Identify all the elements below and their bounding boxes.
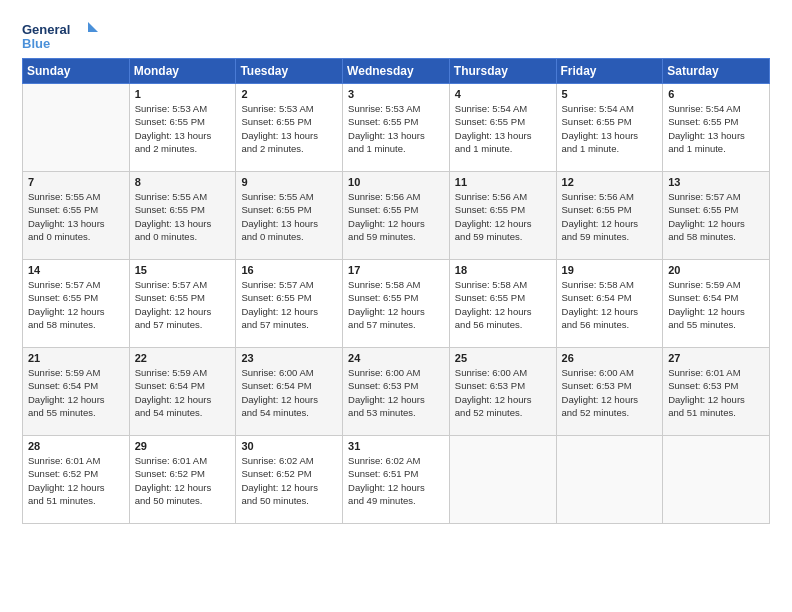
calendar-cell: 30Sunrise: 6:02 AMSunset: 6:52 PMDayligh… [236, 436, 343, 524]
day-info: Sunrise: 5:54 AMSunset: 6:55 PMDaylight:… [455, 102, 551, 155]
page: General Blue SundayMondayTuesdayWednesda… [0, 0, 792, 536]
calendar-cell: 18Sunrise: 5:58 AMSunset: 6:55 PMDayligh… [449, 260, 556, 348]
weekday-header: Saturday [663, 59, 770, 84]
day-number: 1 [135, 88, 231, 100]
day-number: 9 [241, 176, 337, 188]
day-info: Sunrise: 6:00 AMSunset: 6:53 PMDaylight:… [348, 366, 444, 419]
day-info: Sunrise: 5:53 AMSunset: 6:55 PMDaylight:… [135, 102, 231, 155]
day-info: Sunrise: 6:00 AMSunset: 6:53 PMDaylight:… [562, 366, 658, 419]
weekday-header: Wednesday [343, 59, 450, 84]
calendar-cell: 29Sunrise: 6:01 AMSunset: 6:52 PMDayligh… [129, 436, 236, 524]
day-info: Sunrise: 5:55 AMSunset: 6:55 PMDaylight:… [28, 190, 124, 243]
calendar-cell [663, 436, 770, 524]
day-number: 29 [135, 440, 231, 452]
day-info: Sunrise: 5:57 AMSunset: 6:55 PMDaylight:… [241, 278, 337, 331]
day-number: 2 [241, 88, 337, 100]
svg-text:Blue: Blue [22, 36, 50, 51]
logo: General Blue [22, 18, 102, 54]
day-number: 22 [135, 352, 231, 364]
day-number: 30 [241, 440, 337, 452]
calendar-cell: 15Sunrise: 5:57 AMSunset: 6:55 PMDayligh… [129, 260, 236, 348]
calendar-cell: 25Sunrise: 6:00 AMSunset: 6:53 PMDayligh… [449, 348, 556, 436]
day-info: Sunrise: 5:59 AMSunset: 6:54 PMDaylight:… [135, 366, 231, 419]
day-number: 24 [348, 352, 444, 364]
day-info: Sunrise: 5:56 AMSunset: 6:55 PMDaylight:… [562, 190, 658, 243]
calendar-cell: 31Sunrise: 6:02 AMSunset: 6:51 PMDayligh… [343, 436, 450, 524]
svg-text:General: General [22, 22, 70, 37]
day-number: 31 [348, 440, 444, 452]
calendar-cell: 22Sunrise: 5:59 AMSunset: 6:54 PMDayligh… [129, 348, 236, 436]
calendar-cell: 11Sunrise: 5:56 AMSunset: 6:55 PMDayligh… [449, 172, 556, 260]
calendar-cell: 2Sunrise: 5:53 AMSunset: 6:55 PMDaylight… [236, 84, 343, 172]
day-number: 3 [348, 88, 444, 100]
day-number: 20 [668, 264, 764, 276]
day-info: Sunrise: 6:02 AMSunset: 6:51 PMDaylight:… [348, 454, 444, 507]
svg-marker-2 [88, 22, 98, 32]
day-number: 7 [28, 176, 124, 188]
day-info: Sunrise: 6:00 AMSunset: 6:54 PMDaylight:… [241, 366, 337, 419]
calendar-cell: 24Sunrise: 6:00 AMSunset: 6:53 PMDayligh… [343, 348, 450, 436]
day-number: 5 [562, 88, 658, 100]
day-number: 8 [135, 176, 231, 188]
calendar-cell: 16Sunrise: 5:57 AMSunset: 6:55 PMDayligh… [236, 260, 343, 348]
day-info: Sunrise: 5:59 AMSunset: 6:54 PMDaylight:… [668, 278, 764, 331]
calendar-cell: 10Sunrise: 5:56 AMSunset: 6:55 PMDayligh… [343, 172, 450, 260]
day-info: Sunrise: 6:01 AMSunset: 6:53 PMDaylight:… [668, 366, 764, 419]
calendar-week-row: 7Sunrise: 5:55 AMSunset: 6:55 PMDaylight… [23, 172, 770, 260]
day-number: 18 [455, 264, 551, 276]
day-info: Sunrise: 5:57 AMSunset: 6:55 PMDaylight:… [28, 278, 124, 331]
logo-svg: General Blue [22, 18, 102, 54]
calendar-cell: 4Sunrise: 5:54 AMSunset: 6:55 PMDaylight… [449, 84, 556, 172]
calendar-cell [449, 436, 556, 524]
day-number: 27 [668, 352, 764, 364]
day-number: 21 [28, 352, 124, 364]
calendar-cell: 27Sunrise: 6:01 AMSunset: 6:53 PMDayligh… [663, 348, 770, 436]
calendar-cell: 14Sunrise: 5:57 AMSunset: 6:55 PMDayligh… [23, 260, 130, 348]
calendar-cell: 26Sunrise: 6:00 AMSunset: 6:53 PMDayligh… [556, 348, 663, 436]
day-info: Sunrise: 5:58 AMSunset: 6:55 PMDaylight:… [455, 278, 551, 331]
day-info: Sunrise: 5:54 AMSunset: 6:55 PMDaylight:… [562, 102, 658, 155]
day-info: Sunrise: 5:58 AMSunset: 6:54 PMDaylight:… [562, 278, 658, 331]
calendar-cell: 6Sunrise: 5:54 AMSunset: 6:55 PMDaylight… [663, 84, 770, 172]
day-info: Sunrise: 5:57 AMSunset: 6:55 PMDaylight:… [668, 190, 764, 243]
day-info: Sunrise: 6:01 AMSunset: 6:52 PMDaylight:… [135, 454, 231, 507]
day-info: Sunrise: 6:02 AMSunset: 6:52 PMDaylight:… [241, 454, 337, 507]
day-info: Sunrise: 5:53 AMSunset: 6:55 PMDaylight:… [241, 102, 337, 155]
calendar-cell: 9Sunrise: 5:55 AMSunset: 6:55 PMDaylight… [236, 172, 343, 260]
day-info: Sunrise: 5:56 AMSunset: 6:55 PMDaylight:… [455, 190, 551, 243]
calendar-header-row: SundayMondayTuesdayWednesdayThursdayFrid… [23, 59, 770, 84]
day-number: 26 [562, 352, 658, 364]
day-number: 13 [668, 176, 764, 188]
header: General Blue [22, 18, 770, 54]
calendar-cell: 7Sunrise: 5:55 AMSunset: 6:55 PMDaylight… [23, 172, 130, 260]
weekday-header: Tuesday [236, 59, 343, 84]
weekday-header: Monday [129, 59, 236, 84]
day-number: 19 [562, 264, 658, 276]
calendar-cell: 12Sunrise: 5:56 AMSunset: 6:55 PMDayligh… [556, 172, 663, 260]
day-info: Sunrise: 5:59 AMSunset: 6:54 PMDaylight:… [28, 366, 124, 419]
day-info: Sunrise: 5:55 AMSunset: 6:55 PMDaylight:… [241, 190, 337, 243]
day-number: 4 [455, 88, 551, 100]
calendar-cell: 8Sunrise: 5:55 AMSunset: 6:55 PMDaylight… [129, 172, 236, 260]
calendar-week-row: 14Sunrise: 5:57 AMSunset: 6:55 PMDayligh… [23, 260, 770, 348]
weekday-header: Sunday [23, 59, 130, 84]
day-info: Sunrise: 5:56 AMSunset: 6:55 PMDaylight:… [348, 190, 444, 243]
calendar-cell: 3Sunrise: 5:53 AMSunset: 6:55 PMDaylight… [343, 84, 450, 172]
day-number: 6 [668, 88, 764, 100]
day-info: Sunrise: 5:55 AMSunset: 6:55 PMDaylight:… [135, 190, 231, 243]
calendar-week-row: 1Sunrise: 5:53 AMSunset: 6:55 PMDaylight… [23, 84, 770, 172]
weekday-header: Friday [556, 59, 663, 84]
day-info: Sunrise: 5:53 AMSunset: 6:55 PMDaylight:… [348, 102, 444, 155]
calendar-cell [23, 84, 130, 172]
calendar-cell: 5Sunrise: 5:54 AMSunset: 6:55 PMDaylight… [556, 84, 663, 172]
calendar-week-row: 28Sunrise: 6:01 AMSunset: 6:52 PMDayligh… [23, 436, 770, 524]
day-info: Sunrise: 6:00 AMSunset: 6:53 PMDaylight:… [455, 366, 551, 419]
calendar-cell: 20Sunrise: 5:59 AMSunset: 6:54 PMDayligh… [663, 260, 770, 348]
day-info: Sunrise: 5:54 AMSunset: 6:55 PMDaylight:… [668, 102, 764, 155]
day-number: 16 [241, 264, 337, 276]
day-number: 14 [28, 264, 124, 276]
calendar-table: SundayMondayTuesdayWednesdayThursdayFrid… [22, 58, 770, 524]
day-number: 12 [562, 176, 658, 188]
calendar-week-row: 21Sunrise: 5:59 AMSunset: 6:54 PMDayligh… [23, 348, 770, 436]
calendar-cell: 19Sunrise: 5:58 AMSunset: 6:54 PMDayligh… [556, 260, 663, 348]
